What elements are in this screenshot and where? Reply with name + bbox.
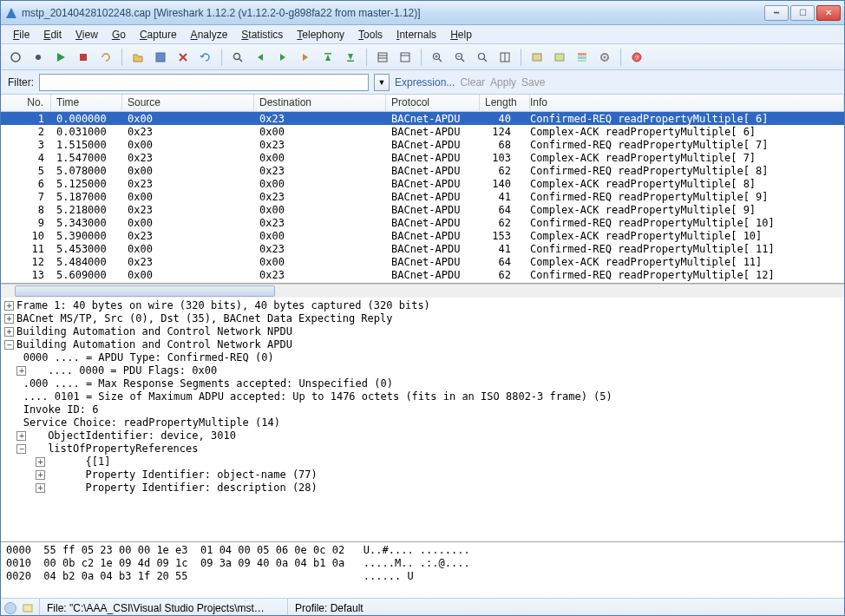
packet-row[interactable]: 20.0310000x230x00BACnet-APDU124Complex-A… (1, 125, 844, 138)
packet-row[interactable]: 65.1250000x230x00BACnet-APDU140Complex-A… (1, 177, 844, 190)
options-icon[interactable] (29, 48, 48, 67)
expand-icon[interactable]: + (4, 327, 14, 337)
expression-link[interactable]: Expression... (395, 76, 455, 88)
menu-file[interactable]: File (6, 27, 36, 43)
app-icon (4, 6, 18, 20)
restart-capture-icon[interactable] (96, 48, 115, 67)
col-length[interactable]: Length (480, 95, 530, 111)
menu-go[interactable]: Go (105, 27, 133, 43)
edit-capture-comment-icon[interactable] (22, 602, 34, 614)
packet-list-pane: No. Time Source Destination Protocol Len… (1, 95, 844, 284)
window-buttons: ━ ☐ ✕ (764, 5, 841, 21)
coloring-rules-icon[interactable] (573, 48, 592, 67)
status-profile[interactable]: Profile: Default (287, 599, 370, 616)
find-icon[interactable] (228, 48, 247, 67)
packet-row[interactable]: 85.2180000x230x00BACnet-APDU64Complex-AC… (1, 203, 844, 216)
save-link[interactable]: Save (521, 76, 545, 88)
stop-capture-icon[interactable] (74, 48, 93, 67)
go-first-icon[interactable] (318, 48, 337, 67)
zoom-in-icon[interactable] (428, 48, 447, 67)
expand-icon[interactable]: + (36, 457, 45, 467)
save-file-icon[interactable] (151, 48, 170, 67)
start-capture-icon[interactable] (51, 48, 70, 67)
menu-internals[interactable]: Internals (390, 27, 443, 43)
packet-row[interactable]: 125.4840000x230x00BACnet-APDU64Complex-A… (1, 255, 844, 268)
packet-list-hscroll[interactable] (1, 284, 844, 298)
packet-row[interactable]: 55.0780000x000x23BACnet-APDU62Confirmed-… (1, 164, 844, 177)
close-file-icon[interactable] (174, 48, 193, 67)
capture-filters-icon[interactable] (527, 48, 547, 67)
col-protocol[interactable]: Protocol (386, 95, 480, 111)
menu-edit[interactable]: Edit (36, 27, 69, 43)
expand-icon[interactable]: + (16, 366, 26, 376)
packet-row[interactable]: 115.4530000x000x23BACnet-APDU41Confirmed… (1, 242, 844, 255)
svg-rect-35 (578, 60, 586, 62)
interfaces-icon[interactable] (6, 48, 25, 67)
apply-link[interactable]: Apply (490, 76, 516, 88)
expert-info-icon[interactable] (4, 602, 16, 614)
packet-row[interactable]: 10.0000000x000x23BACnet-APDU40Confirmed-… (1, 112, 844, 125)
menu-capture[interactable]: Capture (133, 27, 184, 43)
filter-input[interactable] (39, 74, 369, 91)
go-forward-icon[interactable] (273, 48, 292, 67)
detail-line: Property Identifier: object-name (77) (48, 469, 318, 481)
expand-icon[interactable]: + (16, 431, 26, 441)
go-back-icon[interactable] (251, 48, 270, 67)
resize-columns-icon[interactable] (495, 48, 514, 67)
display-filters-icon[interactable] (550, 48, 569, 67)
svg-point-27 (479, 53, 485, 59)
statusbar: File: "C:\AAA_CSI\Visual Studio Projects… (1, 598, 844, 616)
svg-marker-0 (6, 8, 16, 18)
packet-detail-pane[interactable]: +Frame 1: 40 bytes on wire (320 bits), 4… (1, 298, 844, 542)
packet-row[interactable]: 95.3430000x000x23BACnet-APDU62Confirmed-… (1, 216, 844, 229)
goto-packet-icon[interactable] (296, 48, 315, 67)
packet-bytes-pane[interactable]: 0000 55 ff 05 23 00 00 1e e3 01 04 00 05… (1, 542, 844, 598)
preferences-icon[interactable] (595, 48, 614, 67)
zoom-reset-icon[interactable] (473, 48, 492, 67)
expand-icon[interactable]: + (4, 301, 14, 311)
col-time[interactable]: Time (51, 95, 122, 111)
clear-link[interactable]: Clear (460, 76, 485, 88)
col-source[interactable]: Source (122, 95, 254, 111)
expand-icon[interactable]: + (36, 470, 45, 480)
menu-help[interactable]: Help (443, 27, 479, 43)
expand-icon[interactable]: + (36, 483, 45, 493)
colorize-icon[interactable] (373, 48, 392, 67)
detail-line: 0000 .... = APDU Type: Confirmed-REQ (0) (4, 351, 841, 364)
packet-list-header: No. Time Source Destination Protocol Len… (1, 95, 844, 112)
expand-icon[interactable]: + (4, 314, 14, 324)
packet-row[interactable]: 41.5470000x230x00BACnet-APDU103Complex-A… (1, 151, 844, 164)
menu-analyze[interactable]: Analyze (184, 27, 235, 43)
col-info[interactable]: Info (530, 95, 844, 111)
packet-row[interactable]: 31.5150000x000x23BACnet-APDU68Confirmed-… (1, 138, 844, 151)
svg-rect-40 (23, 605, 32, 612)
open-file-icon[interactable] (128, 48, 147, 67)
go-last-icon[interactable] (341, 48, 360, 67)
hex-line: 0020 04 b2 0a 04 b3 1f 20 55 ...... U (6, 570, 839, 583)
menu-view[interactable]: View (69, 27, 105, 43)
zoom-out-icon[interactable] (450, 48, 469, 67)
close-button[interactable]: ✕ (816, 5, 841, 21)
collapse-icon[interactable]: − (16, 444, 26, 454)
menu-telephony[interactable]: Telephony (290, 27, 351, 43)
packet-row[interactable]: 75.1870000x000x23BACnet-APDU41Confirmed-… (1, 190, 844, 203)
reload-icon[interactable] (196, 48, 215, 67)
col-no[interactable]: No. (1, 95, 51, 111)
auto-scroll-icon[interactable] (396, 48, 415, 67)
detail-line: BACnet MS/TP, Src (0), Dst (35), BACnet … (16, 312, 392, 324)
svg-rect-31 (533, 54, 541, 61)
maximize-button[interactable]: ☐ (790, 5, 815, 21)
menu-tools[interactable]: Tools (351, 27, 390, 43)
svg-rect-15 (378, 53, 387, 62)
col-destination[interactable]: Destination (254, 95, 386, 111)
menu-statistics[interactable]: Statistics (234, 27, 290, 43)
collapse-icon[interactable]: − (4, 340, 14, 350)
minimize-button[interactable]: ━ (764, 5, 789, 21)
svg-marker-9 (280, 54, 285, 61)
packet-row[interactable]: 135.6090000x000x23BACnet-APDU62Confirmed… (1, 268, 844, 281)
filter-dropdown-button[interactable]: ▼ (374, 74, 390, 91)
help-icon[interactable]: ? (627, 48, 646, 67)
packet-row[interactable]: 105.3900000x230x00BACnet-APDU153Complex-… (1, 229, 844, 242)
filter-toolbar: Filter: ▼ Expression... Clear Apply Save (1, 70, 844, 95)
filter-label: Filter: (8, 76, 34, 88)
